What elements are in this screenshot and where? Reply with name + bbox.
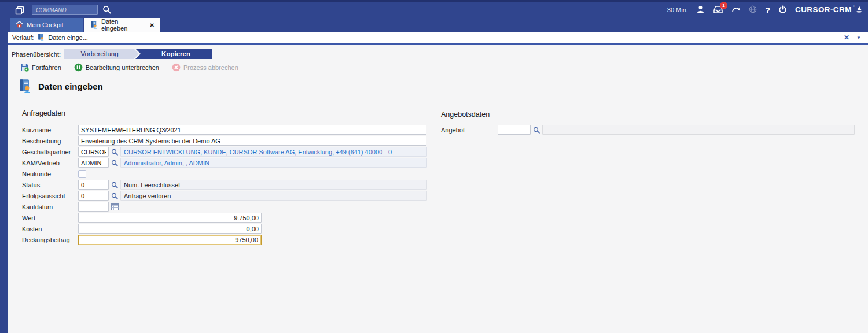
form-row-kurzname: Kurzname <box>22 125 430 135</box>
save-continue-icon <box>20 63 29 73</box>
process-doc-icon <box>17 78 32 95</box>
geschaeftspartner-input[interactable] <box>78 147 109 157</box>
cancel-icon <box>172 63 181 73</box>
field-label: Beschreibung <box>22 138 78 145</box>
lookup-search-icon[interactable] <box>111 160 118 166</box>
cancel-process-button: Prozess abbrechen <box>172 63 238 73</box>
angebot-input[interactable] <box>498 125 531 135</box>
section-title: Anfragedaten <box>22 109 430 117</box>
tab-label: Daten eingeben <box>101 18 146 32</box>
history-bar: Verlauf: Daten einge... ✕ ▼ <box>8 32 868 45</box>
close-icon[interactable]: ✕ <box>844 34 849 42</box>
form-row-erfolgsaussicht: Erfolgsaussicht Anfrage verloren <box>22 191 430 201</box>
field-label: Angebot <box>441 127 498 134</box>
tab-mein-cockpit[interactable]: Mein Cockpit <box>10 18 83 32</box>
angebot-text-field <box>542 125 855 135</box>
phase-kopieren[interactable]: Kopieren <box>135 49 212 59</box>
user-icon[interactable] <box>696 5 705 14</box>
kurzname-input[interactable] <box>78 125 426 135</box>
form-row-kam-vertrieb: KAM/Vertrieb Administrator, Admin, , ADM… <box>22 158 430 168</box>
pause-icon <box>74 63 83 73</box>
kaufdatum-input[interactable] <box>78 202 109 212</box>
field-label: Neukunde <box>22 171 78 177</box>
field-label: Wert <box>22 214 78 221</box>
lookup-search-icon[interactable] <box>111 193 118 199</box>
field-label: Erfolgsaussicht <box>22 193 78 199</box>
process-doc-icon <box>90 20 98 30</box>
page-header: Daten eingeben <box>17 78 103 95</box>
field-label: Kurzname <box>22 127 78 134</box>
app-logo-text: CURSOR-CRM <box>795 5 852 14</box>
continue-label: Fortfahren <box>32 64 61 71</box>
process-doc-icon <box>37 33 45 42</box>
field-label: Deckungsbeitrag <box>22 236 78 243</box>
pause-label: Bearbeitung unterbrechen <box>86 64 159 71</box>
history-label: Verlauf: <box>12 34 34 41</box>
command-input[interactable] <box>32 5 98 15</box>
left-edge-strip <box>0 18 8 333</box>
beschreibung-input[interactable] <box>78 136 426 146</box>
form-row-beschreibung: Beschreibung <box>22 136 430 146</box>
form-row-geschaeftspartner: Geschäftspartner CURSOR ENTWICKLUNG, KUN… <box>22 147 430 157</box>
lookup-search-icon[interactable] <box>111 149 118 156</box>
help-icon[interactable]: ? <box>765 5 770 15</box>
phase-vorbereitung[interactable]: Vorbereitung <box>64 49 139 59</box>
inbox-badge: 1 <box>720 2 727 9</box>
section-title: Angebotsdaten <box>441 110 858 119</box>
page-title: Daten eingeben <box>38 82 103 91</box>
field-label: Kosten <box>22 225 78 232</box>
continue-button[interactable]: Fortfahren <box>20 63 61 73</box>
search-icon[interactable] <box>102 5 111 15</box>
form-row-kosten: Kosten <box>22 224 430 234</box>
tab-bar: ❯ Mein Cockpit Daten eingeben ✕ <box>0 18 868 32</box>
erfolgsaussicht-text-field: Anfrage verloren <box>120 191 427 201</box>
window-copy-icon[interactable] <box>15 6 24 16</box>
app-logo: CURSOR-CRM ° <box>795 5 862 15</box>
field-label: Geschäftspartner <box>22 149 78 156</box>
calendar-icon[interactable] <box>111 203 119 210</box>
tab-label: Mein Cockpit <box>27 21 64 28</box>
redo-icon[interactable] <box>731 5 741 14</box>
action-toolbar: Fortfahren Bearbeitung unterbrechen Proz… <box>8 61 868 75</box>
pause-editing-button[interactable]: Bearbeitung unterbrechen <box>74 63 159 73</box>
text-caret <box>259 236 259 243</box>
tab-close-icon[interactable]: ✕ <box>150 22 155 28</box>
phase-overview: Vorbereitung Kopieren <box>64 49 212 59</box>
cancel-label: Prozess abbrechen <box>183 64 238 71</box>
tab-daten-eingeben[interactable]: Daten eingeben ✕ <box>84 18 160 32</box>
form-row-deckungsbeitrag: Deckungsbeitrag 9750,00 <box>22 235 430 245</box>
field-label: KAM/Vertrieb <box>22 160 78 166</box>
form-row-kaufdatum: Kaufdatum <box>22 202 430 212</box>
phase-overview-label: Phasenübersicht: <box>12 51 61 58</box>
erfolgsaussicht-input[interactable] <box>78 191 109 201</box>
status-input[interactable] <box>78 180 109 190</box>
field-label: Status <box>22 182 78 188</box>
offer-data-section: Angebotsdaten Angebot <box>441 110 858 136</box>
home-icon <box>16 21 23 29</box>
form-row-neukunde: Neukunde <box>22 169 430 179</box>
inbox-icon[interactable]: 1 <box>713 5 723 15</box>
deckungsbeitrag-input[interactable]: 9750,00 <box>78 235 262 245</box>
history-entry[interactable]: Daten einge... <box>48 34 88 41</box>
neukunde-checkbox[interactable] <box>78 170 86 178</box>
wert-input[interactable] <box>78 213 262 223</box>
form-row-angebot: Angebot <box>441 125 858 135</box>
kosten-input[interactable] <box>78 224 262 234</box>
globe-icon <box>749 5 757 14</box>
kam-vertrieb-link[interactable]: Administrator, Admin, , ADMIN <box>120 158 427 168</box>
chevron-down-icon[interactable]: ▼ <box>856 35 861 40</box>
status-text-field: Num. Leerschlüssel <box>120 180 427 190</box>
top-bar: 30 Min. 1 ? <box>0 0 868 18</box>
sailboat-icon <box>856 5 862 15</box>
kam-vertrieb-input[interactable] <box>78 158 109 168</box>
lookup-search-icon[interactable] <box>533 127 540 134</box>
form-row-wert: Wert <box>22 213 430 223</box>
session-timeout: 30 Min. <box>667 6 688 13</box>
power-icon[interactable] <box>778 5 787 15</box>
lookup-search-icon[interactable] <box>111 182 118 188</box>
form-row-status: Status Num. Leerschlüssel <box>22 180 430 190</box>
field-label: Kaufdatum <box>22 204 78 210</box>
geschaeftspartner-link[interactable]: CURSOR ENTWICKLUNG, KUNDE, CURSOR Softwa… <box>120 147 427 157</box>
request-data-section: Anfragedaten Kurzname Beschreibung Gesch… <box>22 109 430 246</box>
